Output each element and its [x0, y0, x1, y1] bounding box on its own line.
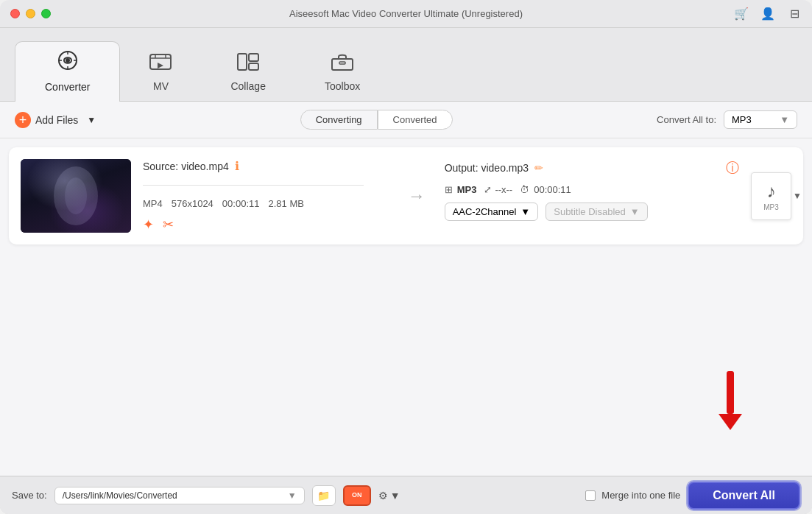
save-to-label: Save to:	[12, 490, 47, 501]
minimize-button[interactable]	[26, 9, 35, 18]
output-options-row: AAC-2Channel ▼ Subtitle Disabled ▼	[445, 203, 739, 221]
settings-button[interactable]: ⚙ ▼	[378, 490, 400, 501]
file-actions-row: ✦ ✂	[143, 216, 389, 233]
source-info-icon[interactable]: ℹ	[235, 159, 239, 173]
file-duration: 00:00:11	[222, 198, 260, 209]
converter-tab-label: Converter	[45, 81, 90, 93]
content-area: Source: video.mp4 ℹ MP4 576x1024 00:00:1…	[0, 138, 812, 476]
title-bar-icons: 🛒 👤 ⊟	[734, 7, 802, 21]
traffic-lights	[10, 9, 51, 18]
folder-icon: 📁	[317, 490, 330, 501]
cut-icon[interactable]: ✂	[163, 216, 174, 233]
music-note-icon: ♪	[767, 181, 776, 202]
file-thumbnail	[21, 159, 131, 233]
format-select[interactable]: MP3 ▼	[724, 110, 797, 129]
output-header: Output: video.mp3 ✏ ⓘ	[445, 159, 739, 177]
gear-icon: ⚙	[378, 490, 388, 501]
mv-tab-label: MV	[153, 80, 169, 92]
encode-button[interactable]: ON	[343, 485, 371, 506]
resolution-info: ⤢ --x--	[484, 184, 512, 195]
merge-label: Merge into one file	[601, 490, 680, 501]
maximize-button[interactable]	[41, 9, 51, 18]
settings-dropdown-arrow: ▼	[390, 490, 400, 501]
svg-rect-5	[249, 63, 258, 70]
tab-toolbox[interactable]: Toolbox	[295, 44, 389, 101]
add-files-label: Add Files	[35, 114, 78, 126]
output-filename: Output: video.mp3	[445, 162, 529, 174]
grid-icon: ⊞	[445, 184, 453, 195]
audio-channel-arrow: ▼	[520, 206, 530, 217]
audio-channel-select[interactable]: AAC-2Channel ▼	[445, 203, 539, 221]
user-icon[interactable]: 👤	[760, 7, 775, 21]
svg-rect-4	[249, 54, 258, 61]
mp3-thumb-wrapper: ♪ MP3 ▼	[751, 172, 791, 220]
file-info: Source: video.mp4 ℹ MP4 576x1024 00:00:1…	[143, 159, 389, 233]
expand-icon: ⤢	[484, 184, 492, 195]
tab-pills: Converting Converted	[300, 110, 453, 130]
output-format-label: MP3	[457, 184, 477, 195]
enhance-icon[interactable]: ✦	[143, 216, 154, 233]
converting-tab-pill[interactable]: Converting	[300, 110, 378, 130]
window-title: Aiseesoft Mac Video Converter Ultimate (…	[289, 8, 523, 19]
svg-rect-3	[238, 54, 247, 70]
save-path-value: /Users/link/Movies/Converted	[63, 490, 177, 501]
edit-icon[interactable]: ✏	[534, 162, 543, 174]
main-window: Aiseesoft Mac Video Converter Ultimate (…	[0, 0, 812, 514]
menu-icon[interactable]: ⊟	[787, 7, 802, 21]
audio-channel-value: AAC-2Channel	[453, 206, 517, 217]
mp3-thumb[interactable]: ♪ MP3	[751, 172, 791, 220]
toolbox-tab-label: Toolbox	[325, 80, 360, 92]
mp3-dropdown-arrow[interactable]: ▼	[793, 191, 802, 201]
bottom-bar: Save to: /Users/link/Movies/Converted ▼ …	[0, 476, 812, 514]
mp3-label: MP3	[763, 203, 779, 211]
file-format: MP4	[143, 198, 163, 209]
subtitle-value: Subtitle Disabled	[554, 206, 626, 217]
source-filename: Source: video.mp4	[143, 161, 229, 172]
tab-pills-container: Converting Converted	[105, 110, 648, 130]
clock-icon: ⏱	[520, 184, 529, 195]
thumbnail-image	[21, 159, 131, 233]
save-path-input[interactable]: /Users/link/Movies/Converted ▼	[54, 487, 305, 504]
format-badge: ⊞ MP3	[445, 184, 477, 195]
format-selected-value: MP3	[732, 114, 752, 125]
convert-all-button[interactable]: Convert All	[688, 482, 800, 510]
tab-mv[interactable]: MV	[120, 46, 201, 101]
merge-checkbox[interactable]	[585, 490, 596, 501]
add-files-button[interactable]: + Add Files	[15, 112, 78, 128]
file-source-row: Source: video.mp4 ℹ	[143, 159, 389, 173]
toolbar: + Add Files ▼ Converting Converted Conve…	[0, 102, 812, 138]
divider	[143, 185, 364, 186]
encode-icon: ON	[352, 492, 362, 499]
add-icon: +	[15, 112, 31, 128]
add-files-dropdown-arrow[interactable]: ▼	[87, 115, 96, 125]
convert-arrow: →	[400, 159, 433, 233]
convert-all-to-label: Convert All to:	[657, 114, 716, 125]
close-button[interactable]	[10, 9, 20, 18]
format-select-arrow: ▼	[780, 114, 789, 125]
title-bar: Aiseesoft Mac Video Converter Ultimate (…	[0, 0, 812, 28]
output-resolution: --x--	[495, 184, 512, 195]
nav-tabs: Converter MV Col	[0, 28, 812, 102]
merge-area: Merge into one file	[585, 490, 680, 501]
subtitle-select[interactable]: Subtitle Disabled ▼	[546, 203, 647, 221]
tab-converter[interactable]: Converter	[15, 41, 120, 102]
warning-icon[interactable]: ⓘ	[726, 159, 739, 177]
collage-icon	[237, 53, 259, 76]
path-dropdown-arrow: ▼	[288, 490, 297, 501]
svg-rect-7	[339, 62, 345, 64]
duration-info: ⏱ 00:00:11	[520, 184, 571, 195]
svg-point-1	[66, 58, 70, 63]
file-meta-row: MP4 576x1024 00:00:11 2.81 MB	[143, 198, 389, 209]
cart-icon[interactable]: 🛒	[734, 7, 749, 21]
mv-icon	[149, 53, 172, 76]
converted-tab-pill[interactable]: Converted	[378, 110, 453, 130]
convert-all-area: Convert All to: MP3 ▼	[657, 110, 797, 129]
toolbox-icon	[331, 52, 353, 76]
file-size: 2.81 MB	[268, 198, 303, 209]
tab-collage[interactable]: Collage	[201, 46, 294, 101]
output-duration: 00:00:11	[534, 184, 571, 195]
output-format-row: ⊞ MP3 ⤢ --x-- ⏱ 00:00:11	[445, 184, 739, 195]
folder-browse-button[interactable]: 📁	[312, 485, 336, 506]
output-section: Output: video.mp3 ✏ ⓘ ⊞ MP3 ⤢ --x-- ⏱	[445, 159, 739, 233]
format-thumb: ♪ MP3 ▼	[751, 159, 791, 233]
